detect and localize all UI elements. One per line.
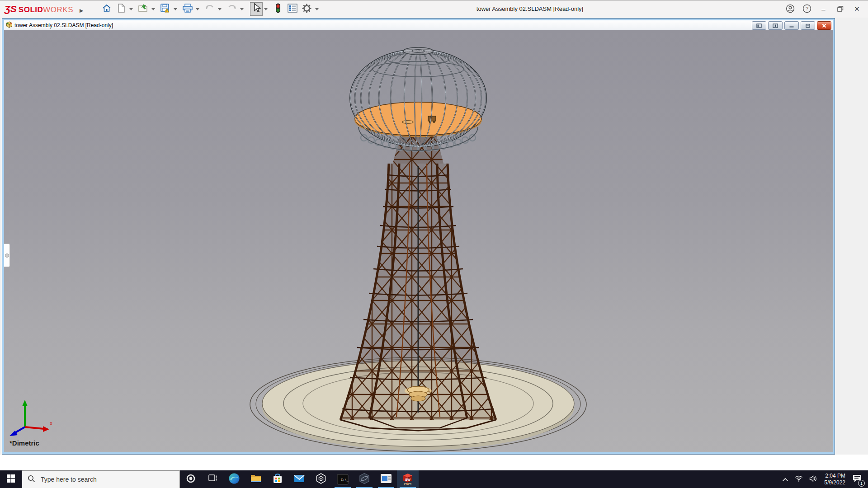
clock[interactable]: 2:04 PM 5/9/2022 [821,470,849,488]
feature-panel-expand-tab[interactable] [4,244,10,267]
search-icon [28,475,35,484]
clock-time: 2:04 PM [824,473,845,479]
wifi-icon [795,475,803,483]
store-button[interactable] [267,470,288,488]
clock-date: 5/9/2022 [824,479,845,486]
undo-button[interactable] [203,2,217,16]
gear-icon [302,3,312,15]
triad-x-label: x [50,420,52,427]
properties-list-button[interactable] [286,2,299,16]
mail-button[interactable] [288,470,310,488]
restore-icon [837,5,844,13]
pane-left-button[interactable] [752,21,766,30]
edge-icon [228,473,240,486]
minimize-icon [789,22,794,30]
taskbar-spacer [419,470,779,488]
redo-icon [226,3,237,15]
wifi-button[interactable] [792,470,806,488]
selection-toggle-button[interactable] [271,2,285,16]
undo-icon [204,3,215,15]
dome-cage [350,47,486,164]
minimize-button[interactable]: – [815,2,832,16]
print-dropdown-icon[interactable] [196,8,199,10]
doc-close-button[interactable] [817,21,831,30]
pane-right-icon [773,22,778,30]
solidworks-logo-mark: ƷS [5,4,17,14]
dark-hexagon-app-icon [359,473,370,486]
undo-dropdown-icon[interactable] [218,8,222,10]
solidworks-2021-button[interactable]: SW 2021 [397,470,419,488]
print-button[interactable] [181,2,194,16]
app-title-bar: ƷS SOLID WORKS ▶ [0,0,868,18]
orientation-triad[interactable]: x [6,397,56,438]
action-center-button[interactable]: 1 [849,470,865,488]
dark-hexagon-app-button[interactable] [354,470,375,488]
quick-access-toolbar [100,2,321,16]
account-button[interactable] [782,2,798,16]
redo-dropdown-icon[interactable] [240,8,244,10]
select-tool-button[interactable] [250,2,263,16]
start-button[interactable] [0,470,22,488]
doc-minimize-button[interactable] [784,21,799,30]
new-document-icon [117,3,126,15]
options-dropdown-icon[interactable] [315,8,319,10]
save-icon [160,3,170,15]
pane-right-button[interactable] [768,21,783,30]
new-document-button[interactable] [114,2,128,16]
doc-restore-button[interactable] [801,21,815,30]
3d-viewer-icon [315,473,327,486]
cortana-icon [186,474,196,485]
media-window-app-button[interactable] [375,470,397,488]
edge-button[interactable] [223,470,245,488]
tower-assembly-model [4,30,833,452]
file-explorer-icon [250,473,262,486]
home-icon [102,3,112,15]
help-button[interactable]: ? [798,2,815,16]
task-view-button[interactable] [202,470,223,488]
solidworks-year-label: 2021 [404,483,412,486]
restore-button[interactable] [832,2,849,16]
options-button[interactable] [300,2,314,16]
solidworks-logo: ƷS SOLID WORKS ▶ [5,4,84,14]
speaker-icon [809,475,817,484]
expand-tab-dot-icon [5,253,9,258]
select-dropdown-icon[interactable] [264,8,268,10]
close-icon [821,22,827,30]
document-title-bar[interactable]: tower Assembly 02.SLDASM [Read-only] [4,20,833,30]
save-button[interactable] [159,2,172,16]
pane-left-icon [756,22,762,30]
account-icon [786,4,795,14]
task-view-icon [208,474,217,485]
open-dropdown-icon[interactable] [151,8,155,10]
save-dropdown-icon[interactable] [174,8,177,10]
minimize-icon: – [821,5,825,13]
store-icon [272,473,283,486]
volume-button[interactable] [806,470,821,488]
help-icon: ? [802,4,811,14]
app-window-controls: ? – ✕ [782,0,865,18]
menu-expand-arrow-icon[interactable]: ▶ [80,8,83,14]
document-title: tower Assembly 02.SLDASM [Read-only] [14,22,113,28]
home-button[interactable] [100,2,113,16]
close-icon: ✕ [854,5,860,13]
open-folder-icon [138,3,149,15]
command-prompt-button[interactable]: C:\_ [332,470,354,488]
open-button[interactable] [137,2,150,16]
search-input[interactable] [40,475,159,483]
new-document-dropdown-icon[interactable] [129,8,133,10]
graphics-viewport[interactable]: x *Dimetric [4,30,833,452]
view-orientation-label: *Dimetric [9,439,39,447]
tray-expand-button[interactable] [779,470,792,488]
file-explorer-button[interactable] [245,470,267,488]
taskbar-search[interactable] [22,470,180,488]
status-bar [0,455,868,470]
print-icon [182,3,193,15]
3d-viewer-button[interactable] [310,470,332,488]
cortana-button[interactable] [180,470,202,488]
redo-button[interactable] [225,2,239,16]
command-prompt-text: C:\_ [341,478,349,482]
svg-text:SW: SW [405,478,411,482]
start-icon [7,474,15,484]
restore-icon [805,22,811,30]
close-button[interactable]: ✕ [849,2,865,16]
